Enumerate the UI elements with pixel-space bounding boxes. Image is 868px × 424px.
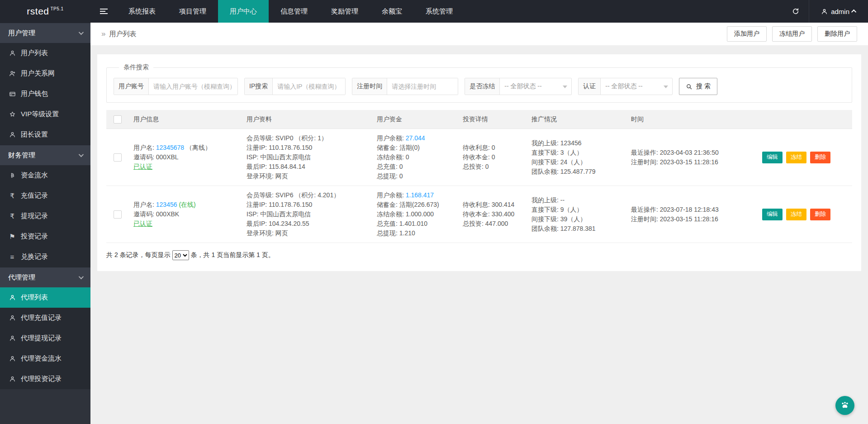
delete-user-button[interactable]: 删除用户 bbox=[817, 26, 857, 42]
sidebar-item-agent-withdraw[interactable]: 代理提现记录 bbox=[0, 328, 90, 348]
nav-item-info[interactable]: 信息管理 bbox=[269, 0, 319, 23]
user-menu[interactable]: admin bbox=[809, 0, 868, 23]
status-badge: （离线） bbox=[186, 144, 211, 151]
sidebar: 用户管理 用户列表 用户关系网 用户钱包 VIP等级设置 bbox=[0, 23, 90, 424]
freeze-user-button[interactable]: 冻结用户 bbox=[772, 26, 812, 42]
breadcrumb-arrow-icon: » bbox=[101, 29, 105, 38]
account-filter: 用户账号 bbox=[114, 78, 238, 95]
sidebar-item-recharge-records[interactable]: ₹ 充值记录 bbox=[0, 186, 90, 206]
logo-version: TP5.1 bbox=[51, 6, 64, 11]
chevron-down-icon bbox=[79, 152, 84, 157]
ip-filter: IP搜索 bbox=[244, 78, 346, 95]
sidebar-group-agent[interactable]: 代理管理 bbox=[0, 267, 90, 287]
username-link[interactable]: 123456 bbox=[156, 201, 177, 208]
sidebar-item-agent-list[interactable]: 代理列表 bbox=[0, 287, 90, 308]
user-funds-cell: 用户余额: 1.168.417 储蓄金: 活期(226.673) 冻结余额: 1… bbox=[377, 191, 463, 238]
sidebar-item-agent-invest[interactable]: 代理投资记录 bbox=[0, 369, 90, 389]
verified-badge[interactable]: 已认证 bbox=[133, 220, 152, 227]
dropdown-caret-icon bbox=[563, 86, 567, 88]
dropdown-caret-icon bbox=[664, 86, 668, 88]
col-user-info: 用户信息 bbox=[133, 115, 247, 124]
delete-button[interactable]: 删除 bbox=[810, 152, 830, 163]
username-label: admin bbox=[831, 8, 849, 15]
time-cell: 最近操作: 2023-04-03 21:36:50 注册时间: 2023-03-… bbox=[631, 148, 745, 167]
freeze-button[interactable]: 冻结 bbox=[786, 209, 806, 220]
delete-button[interactable]: 删除 bbox=[810, 209, 830, 220]
page-title: 用户列表 bbox=[109, 30, 136, 38]
username-link[interactable]: 12345678 bbox=[156, 144, 184, 151]
user-icon bbox=[8, 335, 16, 342]
balance-link[interactable]: 1.168.417 bbox=[406, 191, 434, 199]
sidebar-item-user-wallet[interactable]: 用户钱包 bbox=[0, 84, 90, 104]
nav-item-yuebao[interactable]: 余额宝 bbox=[370, 0, 414, 23]
promotion-cell: 我的上级: 123456 直接下级: 3（人） 间接下级: 24（人） 团队余额… bbox=[531, 138, 631, 176]
ip-input[interactable] bbox=[273, 78, 345, 95]
col-invest-detail: 投资详情 bbox=[463, 115, 531, 124]
filter-row: 用户账号 IP搜索 注册时间 是否冻结 bbox=[114, 78, 845, 95]
nav-item-user-center[interactable]: 用户中心 bbox=[218, 0, 269, 23]
row-checkbox[interactable] bbox=[114, 210, 122, 219]
sidebar-item-invest-records[interactable]: ⚑ 投资记录 bbox=[0, 226, 90, 247]
sidebar-item-withdraw-records[interactable]: ₹ 提现记录 bbox=[0, 206, 90, 226]
invest-detail-cell: 待收利息: 0 待收本金: 0 总投资: 0 bbox=[463, 143, 531, 172]
float-action-button[interactable] bbox=[835, 396, 854, 415]
chevron-up-icon bbox=[851, 10, 856, 14]
nav-item-system[interactable]: 系统管理 bbox=[414, 0, 465, 23]
verified-badge[interactable]: 已认证 bbox=[133, 163, 152, 170]
status-badge: (在线) bbox=[179, 201, 195, 208]
add-user-button[interactable]: 添加用户 bbox=[727, 26, 767, 42]
sidebar-item-agent-fund-flow[interactable]: 代理资金流水 bbox=[0, 348, 90, 369]
sidebar-item-user-network[interactable]: 用户关系网 bbox=[0, 63, 90, 84]
edit-button[interactable]: 编辑 bbox=[762, 152, 783, 163]
user-icon bbox=[8, 314, 16, 321]
sidebar-item-leader-settings[interactable]: 团长设置 bbox=[0, 124, 90, 145]
col-time: 时间 bbox=[631, 115, 745, 124]
verify-status-label: 认证 bbox=[579, 78, 601, 95]
verify-status-filter: 认证 -- 全部状态 -- bbox=[578, 78, 673, 95]
topbar: rsted TP5.1 系统报表 项目管理 用户中心 信息管理 奖励管理 余额宝… bbox=[0, 0, 868, 23]
row-actions: 编辑 冻结 删除 bbox=[745, 209, 852, 220]
search-button[interactable]: 搜 索 bbox=[679, 78, 717, 95]
account-input[interactable] bbox=[149, 78, 237, 95]
freeze-status-select[interactable]: -- 全部状态 -- bbox=[500, 78, 571, 95]
promotion-cell: 我的上级: -- 直接下级: 9（人） 间接下级: 39（人） 团队余额: 12… bbox=[531, 195, 631, 233]
sidebar-item-user-list[interactable]: 用户列表 bbox=[0, 43, 90, 63]
paw-icon bbox=[840, 400, 850, 411]
wallet-icon bbox=[8, 91, 16, 97]
pagination-suffix: 条，共 1 页当前显示第 1 页。 bbox=[191, 251, 275, 259]
nav-item-projects[interactable]: 项目管理 bbox=[167, 0, 218, 23]
refresh-button[interactable] bbox=[783, 0, 809, 23]
row-checkbox[interactable] bbox=[114, 153, 122, 162]
balance-link[interactable]: 27.044 bbox=[406, 134, 425, 142]
user-info-cell: 用户名: 12345678 （离线） 邀请码: 000XBL 已认证 bbox=[133, 143, 247, 172]
page-size-select[interactable]: 20 bbox=[172, 250, 189, 260]
sidebar-item-agent-recharge[interactable]: 代理充值记录 bbox=[0, 308, 90, 328]
hamburger-icon bbox=[100, 9, 108, 14]
user-info-cell: 用户名: 123456 (在线) 邀请码: 000XBK 已认证 bbox=[133, 200, 247, 229]
sidebar-group-user-management[interactable]: 用户管理 bbox=[0, 23, 90, 43]
sidebar-item-exchange-records[interactable]: ≡ 兑换记录 bbox=[0, 247, 90, 267]
verify-status-select[interactable]: -- 全部状态 -- bbox=[601, 78, 672, 95]
breadcrumb-bar: » 用户列表 添加用户 冻结用户 删除用户 bbox=[90, 23, 868, 45]
table-header: 用户信息 用户资料 用户资金 投资详情 推广情况 时间 bbox=[106, 110, 852, 129]
sidebar-item-vip-levels[interactable]: VIP等级设置 bbox=[0, 104, 90, 124]
register-time-input[interactable] bbox=[387, 78, 458, 95]
rupee-icon: ₹ bbox=[8, 212, 16, 220]
freeze-status-filter: 是否冻结 -- 全部状态 -- bbox=[465, 78, 572, 95]
select-all-checkbox[interactable] bbox=[114, 115, 122, 124]
edit-button[interactable]: 编辑 bbox=[762, 209, 783, 220]
register-time-filter: 注册时间 bbox=[352, 78, 458, 95]
freeze-button[interactable]: 冻结 bbox=[786, 152, 806, 163]
ip-filter-label: IP搜索 bbox=[245, 78, 273, 95]
nav-item-reports[interactable]: 系统报表 bbox=[117, 0, 167, 23]
user-icon bbox=[8, 355, 16, 362]
menu-toggle-button[interactable] bbox=[90, 0, 117, 23]
bitcoin-icon bbox=[8, 172, 16, 179]
header-actions: 添加用户 冻结用户 删除用户 bbox=[727, 26, 857, 42]
pagination-prefix: 共 2 条记录，每页显示 bbox=[106, 251, 171, 259]
nav-item-rewards[interactable]: 奖励管理 bbox=[319, 0, 370, 23]
sidebar-item-fund-flow[interactable]: 资金流水 bbox=[0, 165, 90, 186]
sidebar-group-finance[interactable]: 财务管理 bbox=[0, 145, 90, 165]
app-logo[interactable]: rsted TP5.1 bbox=[0, 0, 90, 23]
col-user-funds: 用户资金 bbox=[377, 115, 463, 124]
